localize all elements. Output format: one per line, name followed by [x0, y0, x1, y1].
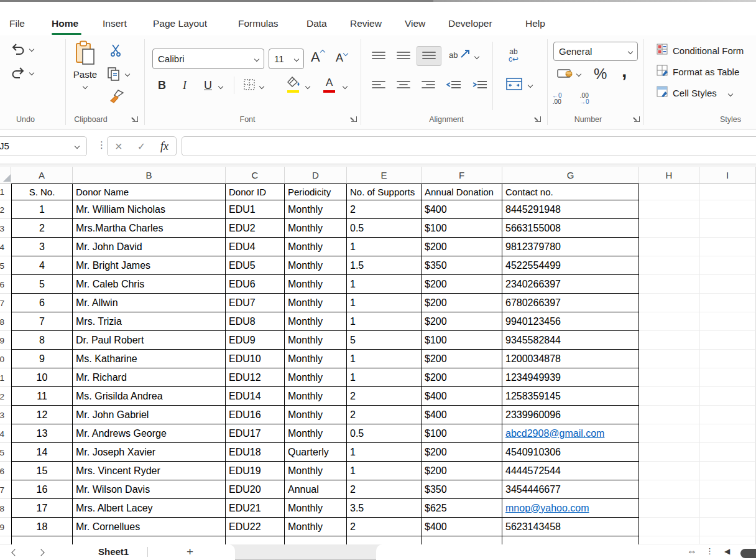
cell-I1[interactable] [699, 184, 756, 200]
cell-E11[interactable]: 1 [347, 368, 422, 387]
cell-D17[interactable]: Annual [285, 480, 347, 499]
decrease-indent-icon[interactable] [446, 80, 461, 93]
cell-D19[interactable]: Monthly [285, 518, 347, 536]
row-header-9[interactable]: 9 [0, 331, 11, 350]
column-header-H[interactable]: H [639, 167, 699, 184]
prev-sheet-icon[interactable] [11, 549, 18, 556]
cell-A13[interactable]: 12 [11, 406, 73, 424]
increase-indent-icon[interactable] [472, 80, 487, 93]
cell-D8[interactable]: Monthly [285, 312, 347, 331]
cell-E15[interactable]: 1 [347, 443, 422, 462]
cell-E14[interactable]: 0.5 [347, 424, 422, 443]
cell-E6[interactable]: 1 [347, 275, 422, 294]
scrollbar-thumb[interactable] [740, 549, 756, 558]
cell-B9[interactable]: Dr. Paul Robert [73, 331, 226, 350]
cell-styles-button[interactable]: Cell Styles [673, 88, 717, 98]
row-header-19[interactable]: 19 [0, 518, 11, 536]
cell-A17[interactable]: 16 [11, 480, 73, 499]
row-header-13[interactable]: 13 [0, 406, 11, 424]
cell-H10[interactable] [639, 350, 699, 368]
cell-D13[interactable]: Monthly [285, 406, 347, 424]
cell-B3[interactable]: Mrs.Martha Charles [73, 219, 226, 238]
cell-G10[interactable]: 1200034878 [502, 350, 639, 368]
formula-bar-splitter-icon[interactable]: ⋮ [97, 139, 106, 151]
column-header-D[interactable]: D [285, 167, 347, 184]
cell-D6[interactable]: Monthly [285, 275, 347, 294]
cell-E2[interactable]: 2 [347, 200, 422, 219]
underline-button[interactable]: U [204, 79, 212, 92]
header-cell-A1[interactable]: S. No. [11, 184, 73, 200]
row-header-16[interactable]: 16 [0, 462, 11, 480]
row-header-3[interactable]: 3 [0, 219, 11, 238]
cell-H15[interactable] [639, 443, 699, 462]
cell-F12[interactable]: $400 [422, 387, 502, 406]
cell-F3[interactable]: $100 [422, 219, 502, 238]
cell-I17[interactable] [699, 480, 756, 499]
format-as-table-icon[interactable] [657, 65, 668, 78]
cell-I2[interactable] [699, 200, 756, 219]
cell-F14[interactable]: $100 [422, 424, 502, 443]
cell-B14[interactable]: Mr. Andrews George [73, 424, 226, 443]
cell-A18[interactable]: 17 [11, 499, 73, 518]
cell-F11[interactable]: $200 [422, 368, 502, 387]
cell-H12[interactable] [639, 387, 699, 406]
cell-H2[interactable] [639, 200, 699, 219]
cell-H6[interactable] [639, 275, 699, 294]
cell-B15[interactable]: Mr. Joseph Xavier [73, 443, 226, 462]
cell-F15[interactable]: $200 [422, 443, 502, 462]
header-cell-D1[interactable]: Periodicity [285, 184, 347, 200]
cell-I7[interactable] [699, 294, 756, 312]
cell-E13[interactable]: 2 [347, 406, 422, 424]
cell-F7[interactable]: $200 [422, 294, 502, 312]
cell-G7[interactable]: 6780266397 [502, 294, 639, 312]
cell-G2[interactable]: 8445291948 [502, 200, 639, 219]
font-color-button[interactable]: A [326, 77, 333, 89]
format-as-table-button[interactable]: Format as Table [673, 67, 739, 77]
cell-C12[interactable]: EDU14 [226, 387, 285, 406]
cell-G15[interactable]: 4540910306 [502, 443, 639, 462]
cell-G18[interactable]: mnop@yahoo.com [502, 499, 639, 518]
cell-styles-dropdown-icon[interactable] [728, 91, 733, 96]
cell-C5[interactable]: EDU5 [226, 256, 285, 275]
bold-button[interactable]: B [158, 79, 166, 92]
align-center-icon[interactable] [397, 80, 410, 93]
row-header-15[interactable]: 15 [0, 443, 11, 462]
borders-dropdown-icon[interactable] [259, 84, 264, 89]
cell-D9[interactable]: Monthly [285, 331, 347, 350]
cell-H5[interactable] [639, 256, 699, 275]
cell-G17[interactable]: 3454446677 [502, 480, 639, 499]
enter-icon[interactable]: ✓ [137, 141, 145, 152]
cell-B16[interactable]: Mrs. Vincent Ryder [73, 462, 226, 480]
cell-A3[interactable]: 2 [11, 219, 73, 238]
cell-F5[interactable]: $350 [422, 256, 502, 275]
column-header-C[interactable]: C [226, 167, 285, 184]
cell-H13[interactable] [639, 406, 699, 424]
cell-H1[interactable] [639, 184, 699, 200]
cell-F19[interactable]: $400 [422, 518, 502, 536]
formula-input[interactable] [182, 136, 756, 156]
cell-I14[interactable] [699, 424, 756, 443]
header-cell-E1[interactable]: No. of Supports [347, 184, 422, 200]
column-header-I[interactable]: I [699, 167, 756, 184]
cell-I18[interactable] [699, 499, 756, 518]
tab-data[interactable]: Data [307, 18, 327, 29]
cell-F13[interactable]: $400 [422, 406, 502, 424]
font-size-combo[interactable]: 11 [269, 49, 304, 69]
row-header-1[interactable]: 1 [0, 184, 11, 200]
cell-D2[interactable]: Monthly [285, 200, 347, 219]
cell-F8[interactable]: $200 [422, 312, 502, 331]
cell-H18[interactable] [639, 499, 699, 518]
cell-A10[interactable]: 9 [11, 350, 73, 368]
cell-C18[interactable]: EDU21 [226, 499, 285, 518]
header-cell-B1[interactable]: Donor Name [73, 184, 226, 200]
conditional-formatting-icon[interactable] [657, 44, 668, 57]
cell-I3[interactable] [699, 219, 756, 238]
cell-B19[interactable]: Mr. Cornellues [73, 518, 226, 536]
cell-G13[interactable]: 2339960096 [502, 406, 639, 424]
cell-I15[interactable] [699, 443, 756, 462]
cell-B18[interactable]: Mrs. Albert Lacey [73, 499, 226, 518]
copy-dropdown-icon[interactable] [125, 72, 130, 77]
cell-G11[interactable]: 1234949939 [502, 368, 639, 387]
row-header-7[interactable]: 7 [0, 294, 11, 312]
cell-partial[interactable] [699, 536, 756, 544]
